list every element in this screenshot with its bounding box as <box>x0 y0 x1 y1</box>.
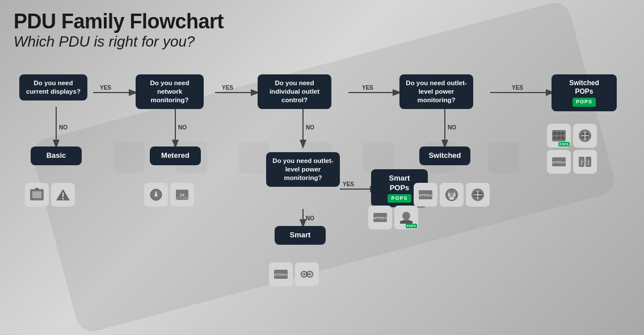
svg-text:HTTPS://: HTTPS:// <box>419 194 432 197</box>
svg-text:YES: YES <box>222 85 233 91</box>
switched-icons: HTTPS:// <box>414 183 490 207</box>
svg-text:YES: YES <box>100 85 111 91</box>
main-content: PDU Family Flowchart Which PDU is right … <box>0 0 644 335</box>
smart-pops-badge: POPS <box>388 194 411 203</box>
svg-text:NO: NO <box>59 124 68 131</box>
smart-pops-icon-1: HTTPS:// <box>368 206 392 229</box>
sub-title: Which PDU is right for you? <box>14 33 630 51</box>
switched-pops-badge: POPS <box>573 98 596 107</box>
svg-point-45 <box>303 273 305 275</box>
svg-text:YES: YES <box>343 181 354 187</box>
smart-icon-1: HTTPS:// <box>269 262 293 286</box>
result-smart: Smart <box>275 226 326 245</box>
svg-text:NO: NO <box>448 124 456 131</box>
switched-pops-icons: POPS HTTPS:// <box>547 124 597 174</box>
svg-text:NO: NO <box>306 124 314 131</box>
metered-icons: 24 INPUT CURRENT <box>144 183 194 207</box>
result-basic: Basic <box>31 146 82 165</box>
svg-point-66 <box>561 132 565 135</box>
basic-icons <box>25 183 75 207</box>
sp-badge-1: POPS <box>558 142 570 146</box>
result-metered: Metered <box>150 146 201 165</box>
smart-icon-2 <box>295 262 319 286</box>
svg-text:HTTPS://: HTTPS:// <box>374 216 387 220</box>
switched-icon-1: HTTPS:// <box>414 183 437 207</box>
smart-pops-icon-2: POPS <box>394 206 418 229</box>
svg-point-34 <box>62 198 64 199</box>
svg-text:NO: NO <box>178 124 187 131</box>
switched-pops-icon-4 <box>573 150 597 174</box>
switched-pops-icon-2 <box>573 124 597 148</box>
svg-point-59 <box>453 196 456 199</box>
svg-point-51 <box>402 212 410 220</box>
smart-pops-badge-icon: POPS <box>406 224 417 228</box>
question-1: Do you need current displays? <box>19 74 87 101</box>
svg-point-69 <box>561 136 565 140</box>
question-3: Do you need individual outlet control? <box>258 74 331 109</box>
switched-pops-icon-1: POPS <box>547 124 571 148</box>
result-switched-pops: Switched POPs POPS <box>552 74 617 111</box>
svg-point-65 <box>557 132 561 135</box>
svg-text:24: 24 <box>180 193 184 197</box>
svg-point-57 <box>453 191 456 193</box>
main-title: PDU Family Flowchart <box>14 10 630 33</box>
question-5: Do you need outlet-level power monitorin… <box>266 152 340 187</box>
svg-point-67 <box>553 136 557 140</box>
svg-text:YES: YES <box>512 85 523 91</box>
basic-icon-1 <box>25 183 49 207</box>
question-4: Do you need outlet-level power monitorin… <box>399 74 473 109</box>
question-2: Do you need network monitoring? <box>136 74 204 109</box>
svg-point-68 <box>557 136 561 140</box>
svg-point-64 <box>553 132 557 135</box>
svg-point-46 <box>309 273 311 275</box>
svg-text:HTTPS://: HTTPS:// <box>553 161 566 164</box>
title-section: PDU Family Flowchart Which PDU is right … <box>14 10 630 51</box>
metered-icon-2: 24 INPUT CURRENT <box>170 183 194 207</box>
svg-rect-31 <box>35 188 39 190</box>
result-switched: Switched <box>419 146 470 165</box>
svg-point-58 <box>448 196 450 199</box>
svg-rect-30 <box>32 191 41 198</box>
svg-text:YES: YES <box>362 85 373 91</box>
switched-icon-3 <box>466 183 490 207</box>
smart-pops-icons: HTTPS:// POPS <box>368 206 418 229</box>
smart-icons: HTTPS:// <box>269 262 319 286</box>
svg-text:HTTPS://: HTTPS:// <box>275 273 288 277</box>
basic-icon-2 <box>51 183 75 207</box>
flowchart-wrapper: YES YES YES YES NO NO NO NO YES <box>14 58 632 297</box>
switched-icon-2 <box>440 183 464 207</box>
switched-pops-icon-3: HTTPS:// <box>547 150 571 174</box>
svg-text:INPUT CURRENT: INPUT CURRENT <box>174 197 190 200</box>
metered-icon-1 <box>144 183 168 207</box>
svg-point-56 <box>448 191 450 193</box>
svg-text:NO: NO <box>306 215 314 221</box>
